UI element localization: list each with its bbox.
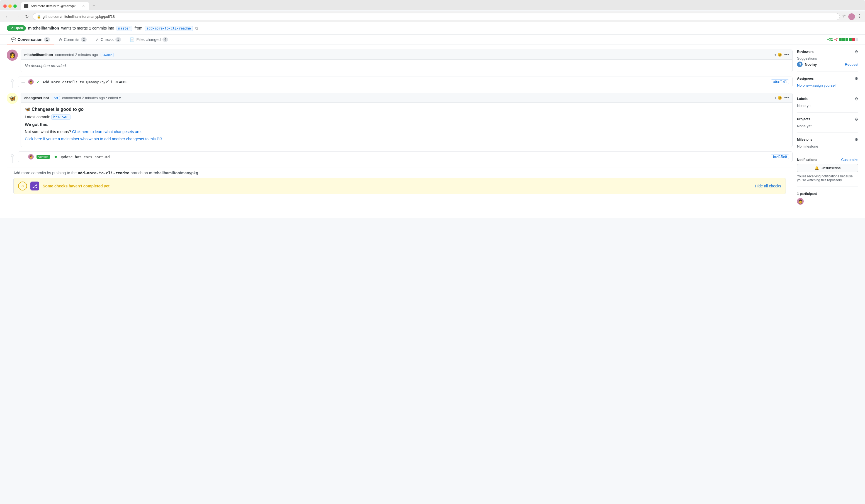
bot-comment-actions: + 😊 ••• [774,95,789,100]
milestone-gear[interactable]: ⚙ [855,137,858,142]
sidebar-participants: 1 participant 👩 [797,191,858,209]
owner-comment-author[interactable]: mitchellhamilton [24,52,53,57]
commit-item-1: — 👩 ✓ Add more details to @manypkg/cli R… [18,77,793,87]
back-button[interactable]: ← [3,14,11,20]
noviny-name[interactable]: Noviny [805,62,817,67]
chrome-menu-button[interactable]: ⋮ [857,13,862,20]
sidebar-projects: Projects ⚙ None yet [797,117,858,133]
customize-notifications-link[interactable]: Customize [841,157,858,162]
we-got-this-text: We got this. [25,122,788,127]
head-branch-tag[interactable]: add-more-to-cli-readme [145,26,193,31]
tab-files-changed[interactable]: 📄 Files changed 4 [125,35,173,45]
hide-checks-link[interactable]: Hide all checks [755,184,781,188]
github-favicon: ⬛ [24,4,28,8]
address-bar[interactable]: 🔒 github.com/mitchellhamilton/manypkg/pu… [33,13,840,20]
commit-2-sha[interactable]: bc415e0 [771,154,789,159]
push-note-suffix: branch on [130,171,149,175]
merge-icon-box: ⎇ [30,181,39,190]
commit-1-message: Add more details to @manypkg/cli README [43,80,768,84]
assign-yourself-link[interactable]: No one—assign yourself [797,83,837,87]
sidebar-labels: Labels ⚙ None yet [797,97,858,113]
commit-2-avatar: 👩 [28,154,34,160]
bot-comment-time: commented 2 minutes ago • edited ▾ [62,96,121,100]
notifications-title: Notifications [797,158,817,162]
base-branch-tag[interactable]: master [116,26,132,31]
bot-comment-author[interactable]: changeset-bot [24,96,49,100]
timeline-connector-line [12,82,13,88]
tab-close-button[interactable]: ✕ [82,4,85,8]
sidebar-assignees: Assignees ⚙ No one—assign yourself [797,76,858,92]
labels-title: Labels [797,97,808,101]
merge-icon: ⎇ [10,26,13,30]
maintainer-link[interactable]: Click here if you're a maintainer who wa… [25,137,788,141]
checks-banner: ○ ⎇ Some checks haven't completed yet Hi… [13,178,786,194]
timeline-line [7,77,18,88]
projects-gear[interactable]: ⚙ [855,117,858,121]
latest-commit-sha-link[interactable]: bc415e0 [51,115,70,120]
commit-1-avatar: 👩 [28,79,34,85]
sidebar-milestone: Milestone ⚙ No milestone [797,137,858,153]
diff-block-4 [849,38,852,41]
tab-checks[interactable]: ✓ Checks 1 [91,35,125,45]
copy-branch-icon[interactable]: ⧉ [195,26,198,30]
no-description-text: No description provided. [25,63,67,68]
commit-item-2: — 👩 Verified Update hot-cars-sort.md bc4… [18,152,793,162]
labels-gear[interactable]: ⚙ [855,97,858,101]
user-avatar[interactable] [848,13,855,20]
reviewer-request-link[interactable]: Request [845,62,858,67]
tab-title: Add more details to @manypk… [31,4,79,8]
diff-block-6 [855,38,858,41]
owner-comment: 👩 mitchellhamilton commented 2 minutes a… [7,49,793,72]
learn-changesets-link[interactable]: Click here to learn what changesets are. [72,129,142,134]
pr-tabs: 💬 Conversation 1 ⊙ Commits 2 ✓ Checks 1 … [0,35,865,45]
diff-stats: +32 −7 [827,38,858,42]
owner-comment-body: No description provided. [21,60,792,72]
suggestions-label: Suggestions [797,56,858,60]
tab-checks-count: 1 [115,37,121,42]
tab-commits[interactable]: ⊙ Commits 2 [54,35,91,45]
labels-value: None yet [797,104,811,108]
timeline-connector-line-2 [12,157,13,163]
sidebar-notifications: Notifications Customize 🔔 Unsubscribe Yo… [797,157,858,187]
bot-comment-menu[interactable]: ••• [784,95,789,100]
bot-react-button[interactable]: + 😊 [774,96,782,100]
commits-timeline-2: — 👩 Verified Update hot-cars-sort.md bc4… [7,152,793,163]
push-note-repo: mitchellhamilton/manypkg [149,171,198,175]
window-close[interactable] [3,4,7,8]
milestone-value: No milestone [797,144,818,149]
commit-1-sha[interactable]: a0af141 [771,79,789,84]
pr-status-badge: ⎇ Open [7,25,26,31]
window-minimize[interactable] [8,4,12,8]
owner-comment-time: commented 2 minutes ago [55,52,98,57]
unsubscribe-button[interactable]: 🔔 Unsubscribe [797,164,858,172]
new-tab-button[interactable]: + [90,3,98,9]
bot-comment-box: changeset-bot bot commented 2 minutes ag… [21,93,793,147]
push-note-period: . [199,171,200,175]
forward-button[interactable]: → [13,14,21,20]
participant-1-avatar[interactable]: 👩 [797,198,804,205]
pr-sidebar: Reviewers ⚙ Suggestions N Noviny Request… [797,49,858,213]
owner-comment-menu[interactable]: ••• [784,52,789,57]
owner-react-button[interactable]: + 😊 [774,52,782,57]
bot-avatar: 🦋 [7,93,18,104]
assignees-gear[interactable]: ⚙ [855,76,858,81]
refresh-button[interactable]: ↻ [23,13,30,20]
tab-checks-label: Checks [101,37,114,42]
browser-tab-active[interactable]: ⬛ Add more details to @manypk… ✕ [21,2,89,10]
assignees-title: Assignees [797,77,814,81]
tab-conversation[interactable]: 💬 Conversation 1 [7,35,54,45]
commit-1-dot-left: — [22,80,25,84]
bookmark-button[interactable]: ☆ [842,13,846,20]
reviewers-gear[interactable]: ⚙ [855,49,858,54]
tab-commits-label: Commits [64,37,79,42]
tab-conversation-label: Conversation [18,37,42,42]
bot-comment-title: 🦋 Changeset is good to go [25,107,788,112]
bot-comment-body: 🦋 Changeset is good to go Latest commit:… [21,103,792,147]
push-note: Add more commits by pushing to the add-m… [7,168,793,178]
tab-files-count: 4 [162,37,168,42]
commits-timeline: — 👩 ✓ Add more details to @manypkg/cli R… [7,77,793,88]
owner-role-badge: Owner [101,52,113,57]
commit-2-dot-left: — [22,154,25,159]
window-maximize[interactable] [13,4,17,8]
owner-comment-actions: + 😊 ••• [774,52,789,57]
